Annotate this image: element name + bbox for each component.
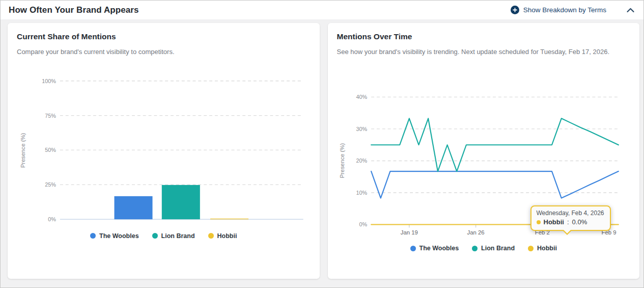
svg-text:0%: 0% [359,221,367,227]
legend-label: Lion Brand [161,232,195,240]
svg-text:0%: 0% [48,216,56,222]
share-card-subtitle: Compare your brand's current visibility … [17,48,311,56]
legend-item-hobbii[interactable]: Hobbii [208,232,237,240]
plus-circle-icon [511,6,519,14]
the-woobles-dot-icon [90,233,96,239]
tooltip-value-row: Hobbii: 0.0% [537,218,604,226]
chart-tooltip: Wednesday, Feb 4, 2026 Hobbii: 0.0% [530,205,611,231]
hobbii-dot-icon [208,233,214,239]
lion-brand-dot-icon [472,246,478,251]
svg-text:40%: 40% [356,94,367,100]
show-breakdown-label: Show Breakdown by Terms [523,6,606,14]
legend-item-hobbii[interactable]: Hobbii [528,245,557,252]
hobbii-dot-icon [537,220,541,224]
svg-text:Presence (%): Presence (%) [20,133,26,168]
tooltip-brand: Hobbii [544,218,564,226]
legend-item-lion-brand[interactable]: Lion Brand [152,232,195,240]
lion-brand-dot-icon [152,233,158,239]
svg-text:10%: 10% [356,190,367,196]
dashboard-content: Current Share of Mentions Compare your b… [1,19,643,279]
line-chart-legend: The Woobles Lion Brand Hobbii [337,245,631,252]
svg-text:20%: 20% [356,158,367,164]
legend-label: Hobbii [217,232,237,240]
svg-text:Presence (%): Presence (%) [339,143,345,178]
current-share-card: Current Share of Mentions Compare your b… [8,23,320,279]
header-actions: Show Breakdown by Terms [511,6,634,14]
legend-label: Lion Brand [481,245,515,252]
svg-text:Jan 26: Jan 26 [467,229,484,235]
collapse-section-button[interactable] [627,8,634,13]
svg-text:30%: 30% [356,126,367,132]
tooltip-date: Wednesday, Feb 4, 2026 [537,210,604,217]
the-woobles-dot-icon [410,246,416,251]
legend-item-the-woobles[interactable]: The Woobles [410,245,459,252]
svg-text:Jan 19: Jan 19 [400,229,417,235]
legend-label: The Woobles [419,245,459,252]
share-of-mentions-bar-chart[interactable]: 0%25%50%75%100%Presence (%) [17,71,311,228]
show-breakdown-button[interactable]: Show Breakdown by Terms [511,6,606,14]
section-header: How Often Your Brand Appears Show Breakd… [1,1,643,19]
chevron-up-icon [627,8,634,13]
legend-label: The Woobles [99,232,139,240]
svg-text:50%: 50% [45,147,56,153]
svg-text:75%: 75% [45,113,56,119]
legend-label: Hobbii [537,245,557,252]
time-card-title: Mentions Over Time [337,32,631,41]
bar-chart-legend: The Woobles Lion Brand Hobbii [17,232,311,240]
hobbii-dot-icon [528,246,534,251]
page-title: How Often Your Brand Appears [9,5,139,15]
share-card-title: Current Share of Mentions [17,32,311,41]
tooltip-separator: : [567,218,569,226]
svg-text:100%: 100% [42,78,56,84]
mentions-over-time-card: Mentions Over Time See how your brand's … [328,23,640,279]
legend-item-the-woobles[interactable]: The Woobles [90,232,139,240]
time-card-subtitle: See how your brand's visibility is trend… [337,48,631,56]
legend-item-lion-brand[interactable]: Lion Brand [472,245,515,252]
tooltip-value: 0.0% [572,218,587,226]
svg-text:25%: 25% [45,181,56,188]
